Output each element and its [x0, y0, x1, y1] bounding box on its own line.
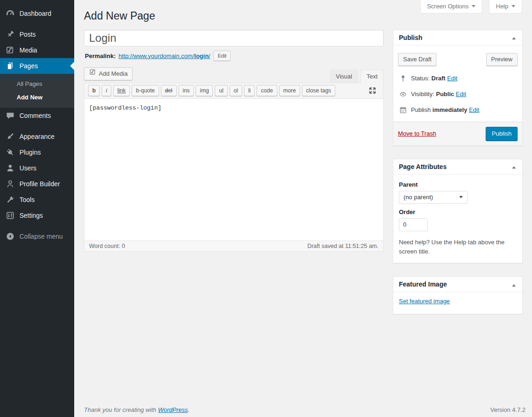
permalink-row: Permalink: http://www.yourdomain.com/log… — [84, 46, 384, 61]
save-draft-button[interactable]: Save Draft — [398, 53, 436, 66]
sidebar-item-label: Comments — [19, 112, 51, 119]
sidebar-item-dashboard[interactable]: Dashboard — [0, 6, 74, 21]
chevron-down-icon — [472, 5, 475, 9]
sidebar-item-label: Tools — [19, 196, 35, 203]
sidebar-item-plugins[interactable]: Plugins — [0, 144, 74, 160]
sidebar-item-pages[interactable]: Pages — [0, 58, 74, 74]
admin-sidebar: Dashboard Posts Media Pages All Pages Ad… — [0, 0, 74, 417]
word-count: Word count: 0 — [89, 243, 125, 249]
profile-icon — [6, 179, 15, 189]
quicktag-li-button[interactable]: li — [244, 85, 255, 96]
sidebar-item-comments[interactable]: Comments — [0, 108, 74, 124]
fullscreen-expand-icon[interactable] — [365, 85, 379, 96]
publish-box-title: Publish — [399, 34, 423, 41]
permalink-label: Permalink: — [85, 52, 115, 59]
sidebar-item-appearance[interactable]: Appearance — [0, 129, 74, 144]
quicktags-toolbar: b i link b-quote del ins img ul ol li co… — [84, 83, 383, 99]
wrench-icon — [6, 195, 15, 204]
preview-button[interactable]: Preview — [486, 53, 518, 66]
chevron-down-icon — [512, 5, 515, 9]
order-input[interactable] — [399, 218, 428, 231]
footer-thank-you: Thank you for creating with WordPress. — [84, 406, 190, 413]
editor-status-bar: Word count: 0 Draft saved at 11:51:25 am… — [84, 241, 384, 252]
publish-box: Publish Save Draft Preview Status: Draft… — [393, 30, 523, 146]
users-icon — [6, 163, 15, 173]
permalink-link[interactable]: http://www.yourdomain.com/login/ — [118, 52, 210, 59]
sidebar-item-all-pages[interactable]: All Pages — [0, 77, 74, 91]
quicktag-ins-button[interactable]: ins — [179, 85, 194, 96]
quicktag-code-button[interactable]: code — [256, 85, 277, 96]
sidebar-item-profile-builder[interactable]: Profile Builder — [0, 176, 74, 192]
quicktag-bquote-button[interactable]: b-quote — [132, 85, 159, 96]
text-editor: b i link b-quote del ins img ul ol li co… — [84, 83, 384, 241]
sidebar-item-label: Media — [19, 46, 37, 54]
help-button[interactable]: Help — [489, 0, 522, 13]
comments-icon — [6, 111, 15, 120]
publish-box-header[interactable]: Publish — [393, 30, 522, 46]
tab-text[interactable]: Text — [360, 70, 384, 84]
sidebar-item-media[interactable]: Media — [0, 42, 74, 58]
move-to-trash-link[interactable]: Move to Trash — [398, 130, 436, 137]
quicktag-ol-button[interactable]: ol — [230, 85, 242, 96]
sidebar-item-label: Dashboard — [19, 10, 51, 17]
draft-saved-timestamp: Draft saved at 11:51:25 am. — [308, 243, 378, 249]
edit-status-link[interactable]: Edit — [447, 75, 457, 82]
pin-icon — [6, 30, 15, 39]
sidebar-item-label: Pages — [19, 62, 38, 70]
page-attributes-header[interactable]: Page Attributes — [393, 159, 522, 175]
media-icon — [89, 68, 96, 80]
publish-button[interactable]: Publish — [486, 127, 518, 141]
edit-visibility-link[interactable]: Edit — [456, 91, 466, 98]
brush-icon — [6, 132, 15, 141]
tab-visual[interactable]: Visual — [330, 70, 358, 84]
sidebar-item-users[interactable]: Users — [0, 160, 74, 176]
screen-options-button[interactable]: Screen Options — [420, 0, 483, 13]
collapse-toggle-icon[interactable] — [512, 282, 516, 287]
parent-select[interactable]: (no parent) — [399, 191, 468, 204]
permalink-edit-button[interactable]: Edit — [213, 51, 231, 61]
collapse-toggle-icon[interactable] — [512, 164, 516, 169]
featured-image-box: Featured Image Set featured image — [393, 276, 523, 314]
chevron-down-icon — [459, 196, 463, 200]
admin-content: Screen Options Help Add New Page Permali… — [74, 0, 532, 417]
settings-icon — [6, 211, 15, 220]
calendar-icon — [399, 106, 407, 114]
sidebar-item-label: Settings — [19, 212, 43, 219]
order-label: Order — [399, 208, 517, 215]
quicktag-link-button[interactable]: link — [113, 85, 130, 96]
sidebar-item-posts[interactable]: Posts — [0, 26, 74, 42]
screen-meta-links: Screen Options Help — [420, 0, 522, 13]
quicktag-closetags-button[interactable]: close tags — [302, 85, 335, 96]
collapse-toggle-icon[interactable] — [512, 35, 516, 39]
quicktag-del-button[interactable]: del — [161, 85, 177, 96]
post-content-textarea[interactable]: [passwordless-login] — [84, 99, 383, 241]
sidebar-item-collapse-menu[interactable]: Collapse menu — [0, 228, 74, 244]
edit-schedule-link[interactable]: Edit — [469, 106, 479, 113]
pages-icon — [6, 61, 15, 71]
set-featured-image-link[interactable]: Set featured image — [399, 298, 450, 305]
quicktag-bold-button[interactable]: b — [88, 85, 100, 96]
admin-footer: Thank you for creating with WordPress. V… — [84, 406, 526, 413]
pages-submenu: All Pages Add New — [0, 74, 74, 108]
media-icon — [6, 46, 15, 55]
wordpress-link[interactable]: WordPress — [158, 406, 188, 413]
sidebar-item-label: Users — [19, 164, 37, 172]
active-menu-arrow — [66, 62, 74, 70]
sidebar-item-label: Collapse menu — [19, 233, 63, 240]
collapse-icon — [6, 232, 15, 241]
quicktag-italic-button[interactable]: i — [102, 85, 111, 96]
quicktag-img-button[interactable]: img — [196, 85, 213, 96]
add-media-button[interactable]: Add Media — [84, 67, 133, 80]
post-status-icon — [399, 74, 407, 83]
sidebar-item-settings[interactable]: Settings — [0, 208, 74, 223]
page-title-input[interactable] — [84, 30, 384, 46]
page-attributes-help-text: Need help? Use the Help tab above the sc… — [399, 238, 517, 256]
sidebar-item-tools[interactable]: Tools — [0, 192, 74, 208]
sidebar-item-add-new[interactable]: Add New — [0, 91, 74, 104]
featured-image-header[interactable]: Featured Image — [393, 277, 522, 292]
quicktag-more-button[interactable]: more — [279, 85, 300, 96]
featured-image-title: Featured Image — [399, 280, 447, 288]
quicktag-ul-button[interactable]: ul — [215, 85, 227, 96]
status-row: Status: Draft Edit — [393, 71, 522, 86]
parent-label: Parent — [399, 181, 517, 188]
